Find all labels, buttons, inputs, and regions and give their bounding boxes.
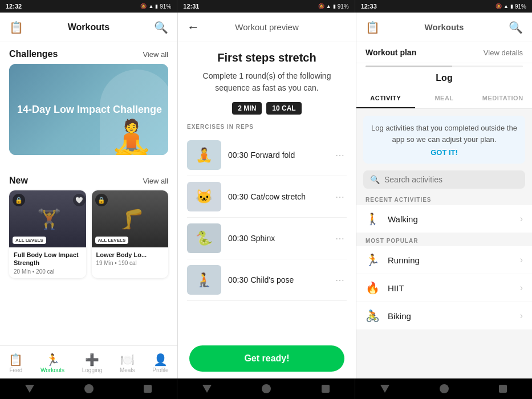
battery-pct-1: 91% xyxy=(160,3,171,10)
biking-chevron: › xyxy=(520,311,523,321)
wifi-icon-2: ▲ xyxy=(326,3,331,9)
recent-sys-3[interactable] xyxy=(499,385,507,393)
exercise-time-1: 00:30 xyxy=(228,192,248,201)
activity-hiit[interactable]: 🔥 HIIT › xyxy=(356,274,532,302)
screen1-header: 📋 Workouts 🔍 xyxy=(0,13,177,42)
workout-plan-label: Workout plan xyxy=(366,48,416,57)
signal-icon-1: 🔕 xyxy=(140,3,147,9)
search-box[interactable]: 🔍 xyxy=(363,170,525,189)
got-it-button[interactable]: GOT IT! xyxy=(371,148,517,157)
exercise-item-0: 🧘 00:30 Forward fold ⋯ xyxy=(187,135,347,176)
workout-card-1[interactable]: 🔒 🤍 ALL LEVELS 🏋️ Full Body Low Impact S… xyxy=(9,190,86,278)
preview-content: First steps stretch Complete 1 round(s) … xyxy=(178,42,356,378)
hiit-label: HIIT xyxy=(388,283,520,293)
workout-plan-link[interactable]: View details xyxy=(484,48,523,57)
exercise-more-2[interactable]: ⋯ xyxy=(333,233,347,244)
recent-activities-label: RECENT ACTIVITIES xyxy=(356,193,532,205)
home-sys-2[interactable] xyxy=(262,384,271,393)
hiit-icon: 🔥 xyxy=(366,281,380,295)
exercise-name-text-1: Cat/cow stretch xyxy=(251,192,306,201)
exercise-more-1[interactable]: ⋯ xyxy=(333,192,347,202)
workout-name-2: Lower Body Lo... xyxy=(96,251,164,259)
status-time-1: 12:32 xyxy=(6,3,22,10)
log-tabs: ACTIVITY MEAL MEDITATION xyxy=(356,89,532,109)
signal-icon-3: 🔕 xyxy=(496,3,502,9)
info-banner-text: Log activities that you completed outsid… xyxy=(371,123,517,145)
tab-meal[interactable]: MEAL xyxy=(415,89,474,108)
wifi-icon-1: ▲ xyxy=(148,3,153,9)
nav-profile[interactable]: 👤 Profile xyxy=(152,353,168,373)
activity-walking[interactable]: 🚶 Walking › xyxy=(356,205,532,233)
bottom-nav: 📋 Feed 🏃 Workouts ➕ Logging 🍽️ Meals 👤 xyxy=(0,345,177,378)
exercise-thumb-2: 🐍 xyxy=(187,223,221,253)
back-sys-3[interactable] xyxy=(380,385,389,393)
running-chevron: › xyxy=(520,255,523,265)
status-time-3: 12:33 xyxy=(361,3,377,10)
meals-icon: 🍽️ xyxy=(120,353,135,367)
activity-biking[interactable]: 🚴 Biking › xyxy=(356,302,532,330)
exercise-thumb-0: 🧘 xyxy=(187,140,221,170)
exercise-thumb-1: 🐱 xyxy=(187,182,221,211)
screen-log: 📋 Workouts 🔍 Workout plan View details L… xyxy=(356,13,532,378)
home-sys-1[interactable] xyxy=(84,384,94,393)
exercise-more-3[interactable]: ⋯ xyxy=(333,275,347,286)
biking-icon: 🚴 xyxy=(366,309,380,323)
profile-nav-icon: 👤 xyxy=(153,353,168,367)
back-button[interactable]: ← xyxy=(187,20,200,35)
get-ready-button[interactable]: Get ready! xyxy=(189,345,344,372)
badge-cal: 10 CAL xyxy=(266,102,301,115)
recent-sys-2[interactable] xyxy=(322,385,330,393)
exercise-thumb-3: 🧎 xyxy=(187,265,221,295)
challenge-card-title: 14-Day Low Impact Challenge xyxy=(17,103,162,116)
exercise-item-1: 🐱 00:30 Cat/cow stretch ⋯ xyxy=(187,176,347,218)
walking-icon: 🚶 xyxy=(366,212,380,226)
workout-meta-2: 19 Min • 190 cal xyxy=(96,260,164,266)
level-badge-1: ALL LEVELS xyxy=(13,237,46,244)
battery-pct-2: 91% xyxy=(338,3,349,10)
exercise-time-2: 00:30 xyxy=(228,234,248,243)
workout-card-2[interactable]: 🔒 ALL LEVELS 🦵 Lower Body Lo... 19 Min •… xyxy=(92,190,169,278)
preview-header: ← Workout preview xyxy=(178,13,356,42)
heart-icon-1[interactable]: 🤍 xyxy=(73,194,86,206)
most-popular-label: MOST POPULAR xyxy=(356,233,532,246)
exercise-more-0[interactable]: ⋯ xyxy=(333,150,347,161)
logging-label: Logging xyxy=(82,367,103,373)
activity-running[interactable]: 🏃 Running › xyxy=(356,246,532,274)
challenges-view-all[interactable]: View all xyxy=(143,50,168,59)
exercise-item-3: 🧎 00:30 Child's pose ⋯ xyxy=(187,259,347,301)
home-sys-3[interactable] xyxy=(440,384,449,393)
signal-icon-2: 🔕 xyxy=(318,3,324,9)
meals-label: Meals xyxy=(120,367,135,373)
workout-name-1: Full Body Low Impact Strength xyxy=(14,251,82,267)
tab-meditation[interactable]: MEDITATION xyxy=(473,89,532,108)
battery-icon-3: ▮ xyxy=(510,3,513,9)
nav-workouts[interactable]: 🏃 Workouts xyxy=(40,353,64,373)
screen3-profile-icon[interactable]: 📋 xyxy=(366,21,380,34)
feed-label: Feed xyxy=(9,367,22,373)
screen-workouts: 📋 Workouts 🔍 Challenges View all 🧘 14-Da… xyxy=(0,13,178,378)
challenges-label: Challenges xyxy=(9,49,58,59)
new-section-header: New View all xyxy=(0,169,177,190)
challenge-card[interactable]: 🧘 14-Day Low Impact Challenge xyxy=(9,64,168,155)
back-sys-1[interactable] xyxy=(25,385,34,393)
nav-feed[interactable]: 📋 Feed xyxy=(9,353,23,373)
walking-label: Walking xyxy=(388,214,520,224)
back-sys-2[interactable] xyxy=(202,385,212,393)
profile-icon[interactable]: 📋 xyxy=(9,21,23,34)
lock-icon-2: 🔒 xyxy=(95,194,108,206)
logging-icon: ➕ xyxy=(85,353,99,367)
nav-meals[interactable]: 🍽️ Meals xyxy=(120,353,135,373)
search-input[interactable] xyxy=(384,175,518,184)
status-time-2: 12:31 xyxy=(183,3,199,10)
recent-sys-1[interactable] xyxy=(144,385,152,393)
search-icon[interactable]: 🔍 xyxy=(154,21,168,34)
level-badge-2: ALL LEVELS xyxy=(95,237,129,244)
new-view-all[interactable]: View all xyxy=(143,177,168,185)
screen3-header: 📋 Workouts 🔍 xyxy=(356,13,532,42)
workout-grid: 🔒 🤍 ALL LEVELS 🏋️ Full Body Low Impact S… xyxy=(0,190,177,278)
system-nav-3 xyxy=(355,378,532,399)
exercise-name-text-0: Forward fold xyxy=(251,150,295,160)
tab-activity[interactable]: ACTIVITY xyxy=(356,89,415,108)
nav-logging[interactable]: ➕ Logging xyxy=(82,353,103,373)
screen3-search-icon[interactable]: 🔍 xyxy=(509,21,523,34)
